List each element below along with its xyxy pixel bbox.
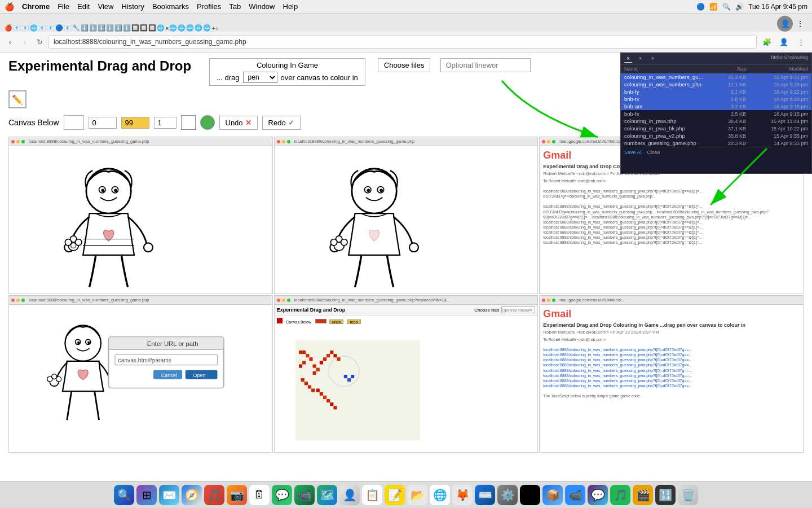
tab-favicon-15[interactable]: ℹ️ xyxy=(123,24,131,32)
tab-favicon-19[interactable]: 🌐 xyxy=(157,24,165,32)
search-icon[interactable]: 🔍 xyxy=(722,3,731,11)
green-swatch[interactable] xyxy=(200,115,215,130)
tab-chevron[interactable]: › xyxy=(216,25,218,32)
menu-bookmarks[interactable]: Bookmarks xyxy=(152,2,189,11)
dock-icon-zoom[interactable]: 📹 xyxy=(565,485,585,505)
choose-files-button[interactable]: Choose files xyxy=(378,58,431,72)
menu-window[interactable]: Window xyxy=(249,2,275,11)
tab-favicon-21[interactable]: 🌐 xyxy=(178,24,186,32)
dock-icon-facetime[interactable]: 📹 xyxy=(294,485,315,505)
dock-icon-trash[interactable]: 🗑️ xyxy=(678,485,698,505)
menu-profiles[interactable]: Profiles xyxy=(197,2,221,11)
screenshot-4[interactable]: localhost:8888/colouring_in_was_numbers_… xyxy=(8,295,273,453)
fb-footer-close[interactable]: Close xyxy=(647,150,660,155)
value1-input[interactable]: 0 xyxy=(89,117,117,129)
tab-active[interactable]: × xyxy=(165,25,169,32)
menu-tab[interactable]: Tab xyxy=(229,2,241,11)
tab-favicon-13[interactable]: ℹ️ xyxy=(106,24,114,32)
tab-favicon-8[interactable]: 📧 xyxy=(64,24,72,32)
more-options-icon[interactable]: ⋮ xyxy=(794,35,807,49)
tab-favicon-23[interactable]: 🌐 xyxy=(195,24,202,32)
profile-icon[interactable]: 👤 xyxy=(777,35,791,49)
file-row[interactable]: bnb-am 3.2 KB 16 Apr 9:18 pm xyxy=(621,103,811,110)
dock-icon-launchpad[interactable]: ⊞ xyxy=(136,485,157,505)
screenshot-5[interactable]: localhost:8888/colouring_in_was_numbers_… xyxy=(274,295,539,453)
tab-favicon-6[interactable]: 📧 xyxy=(47,24,55,32)
file-row[interactable]: colouring_in_was_numbers_php 12.1 KB 16 … xyxy=(621,81,811,88)
url-bar[interactable] xyxy=(48,35,757,49)
screenshot-6[interactable]: mail.google.com/mail/u/0/#inbox/... Gmai… xyxy=(539,295,804,453)
fb-footer-save[interactable]: Save All xyxy=(624,150,643,155)
dock-icon-firefox[interactable]: 🦊 xyxy=(452,485,473,505)
dock-icon-filezilla[interactable]: 📂 xyxy=(407,485,427,505)
file-row[interactable]: colouring_in_pwa_bk.php 37.1 KB 15 Apr 1… xyxy=(621,125,811,132)
reload-button[interactable]: ↻ xyxy=(34,36,45,47)
value3-input[interactable]: 1 xyxy=(154,117,176,129)
dock-icon-messages[interactable]: 💬 xyxy=(272,485,292,505)
fb-tab-3[interactable]: × xyxy=(649,55,657,63)
redo-button[interactable]: Redo ✓ xyxy=(262,116,301,130)
undo-button[interactable]: Undo ✕ xyxy=(219,116,258,130)
dock-icon-settings[interactable]: ⚙️ xyxy=(497,485,518,505)
menu-edit[interactable]: Edit xyxy=(77,2,90,11)
dock-icon-terminal[interactable]: ⌨ xyxy=(520,485,540,505)
dock-icon-chrome[interactable]: 🌐 xyxy=(430,485,450,505)
file-row[interactable]: colouring_in_was_numbers_guessing_game.p… xyxy=(621,73,811,81)
tab-favicon-16[interactable]: 🔲 xyxy=(131,24,139,32)
file-row[interactable]: colouring_in_pwa_v2.php 35.8 KB 15 Apr 9… xyxy=(621,132,811,139)
menu-history[interactable]: History xyxy=(121,2,144,11)
file-row[interactable]: bnb-fx 2.5 KB 16 Apr 9:15 pm xyxy=(621,110,811,117)
tab-favicon-11[interactable]: ℹ️ xyxy=(89,24,97,32)
color-input[interactable] xyxy=(64,115,84,130)
tool-select[interactable]: pen brush fill xyxy=(243,72,277,83)
tab-favicon-4[interactable]: 🌐 xyxy=(30,24,38,32)
screenshot-1[interactable]: localhost:8888/colouring_in_was_numbers_… xyxy=(8,137,273,294)
file-row[interactable]: colouring_in_pwa.php 38.4 KB 15 Apr 11:4… xyxy=(621,117,811,125)
dock-icon-calculator[interactable]: 🔢 xyxy=(655,485,676,505)
dock-icon-appstore[interactable]: 📦 xyxy=(542,485,563,505)
dock-icon-music[interactable]: 🎵 xyxy=(204,485,224,505)
tab-favicon-12[interactable]: ℹ️ xyxy=(98,24,105,32)
mini-optional-input-5[interactable] xyxy=(501,306,535,313)
fb-tab-2[interactable]: × xyxy=(637,55,645,63)
dock-icon-reminders[interactable]: 📋 xyxy=(362,485,382,505)
dock-icon-photos[interactable]: 📷 xyxy=(227,485,247,505)
tab-favicon-24[interactable]: 🌐 xyxy=(203,24,211,32)
file-row[interactable]: numbers_guessing_game.php 22.3 KB 14 Apr… xyxy=(621,139,811,147)
forward-button[interactable]: › xyxy=(19,36,30,47)
pen-icon[interactable]: ✏️ xyxy=(8,90,27,108)
tab-favicon-3[interactable]: 📧 xyxy=(21,24,29,32)
tab-favicon-1[interactable]: 🍎 xyxy=(5,24,12,32)
dock-icon-calendar[interactable]: 🗓 xyxy=(249,485,270,505)
dock-icon-maps[interactable]: 🗺️ xyxy=(317,485,337,505)
tab-favicon-10[interactable]: ℹ️ xyxy=(81,24,89,32)
profile-avatar[interactable]: 👤 xyxy=(777,16,793,32)
dock-icon-slack[interactable]: 💬 xyxy=(588,485,608,505)
extensions-icon[interactable]: 🧩 xyxy=(760,35,774,49)
tab-favicon-2[interactable]: 📧 xyxy=(13,24,21,32)
tab-favicon-22[interactable]: 🌐 xyxy=(186,24,194,32)
tab-favicon-14[interactable]: ℹ️ xyxy=(114,24,122,32)
dock-icon-finder[interactable]: 🔍 xyxy=(114,485,134,505)
dock-icon-spotify[interactable]: 🎵 xyxy=(610,485,630,505)
dock-icon-notes[interactable]: 📝 xyxy=(385,485,405,505)
dock-icon-safari[interactable]: 🧭 xyxy=(182,485,202,505)
apple-menu[interactable]: 🍎 xyxy=(5,2,14,11)
value2-input[interactable]: 99 xyxy=(121,117,149,129)
screenshot-2[interactable]: localhost:8888/colouring_in_was_numbers_… xyxy=(274,137,539,294)
dock-icon-vlc[interactable]: 🎬 xyxy=(633,485,653,505)
tab-favicon-5[interactable]: 📧 xyxy=(38,24,46,32)
tab-add[interactable]: + xyxy=(211,25,215,32)
file-row[interactable]: bnb-tx 1.8 KB 16 Apr 9:20 pm xyxy=(621,95,811,103)
white-swatch[interactable] xyxy=(181,115,196,130)
dock-icon-contacts[interactable]: 👤 xyxy=(339,485,360,505)
browser-menu-icon[interactable]: ⋮ xyxy=(796,19,804,28)
fb-tab-1[interactable]: × xyxy=(624,55,632,63)
menu-file[interactable]: File xyxy=(58,2,69,11)
dock-icon-mail[interactable]: ✉️ xyxy=(159,485,179,505)
menu-help[interactable]: Help xyxy=(283,2,298,11)
tab-favicon-9[interactable]: 🔧 xyxy=(72,24,80,32)
tab-favicon-17[interactable]: 🔲 xyxy=(140,24,148,32)
dock-icon-vscode[interactable]: ⌨️ xyxy=(475,485,495,505)
tab-favicon-20[interactable]: 🌐 xyxy=(169,24,177,32)
